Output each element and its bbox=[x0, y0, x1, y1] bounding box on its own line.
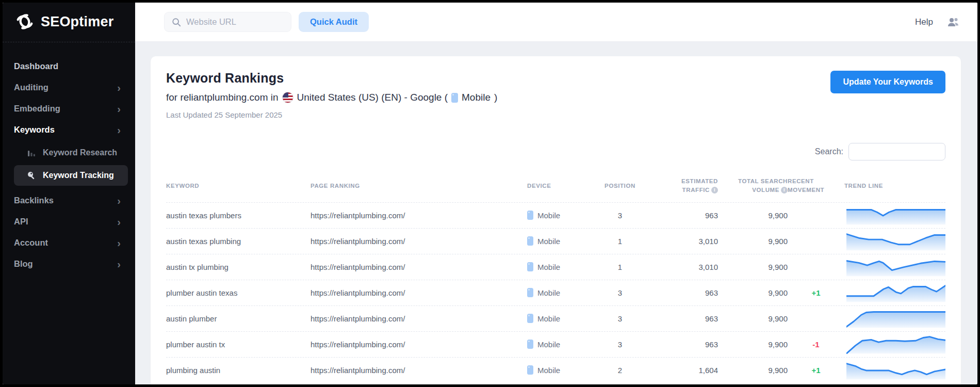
mobile-phone-icon bbox=[527, 340, 533, 349]
column-header-position[interactable]: Position bbox=[597, 182, 643, 190]
cell-position: 1 bbox=[597, 237, 643, 246]
cell-trend-line bbox=[844, 257, 945, 277]
sidebar-item-account[interactable]: Account › bbox=[14, 232, 128, 253]
sidebar-sub-item-label: Keyword Tracking bbox=[43, 171, 114, 180]
cell-position: 3 bbox=[597, 314, 643, 323]
sidebar-item-label: Blog bbox=[14, 259, 33, 269]
title-row: Keyword Rankings for reliantplumbing.com… bbox=[166, 71, 945, 119]
mobile-phone-icon bbox=[527, 314, 533, 323]
sidebar-item-label: API bbox=[14, 217, 28, 227]
subtitle-pre: for reliantplumbing.com in bbox=[166, 92, 279, 103]
users-icon[interactable] bbox=[946, 17, 960, 28]
sidebar-item-backlinks[interactable]: Backlinks › bbox=[14, 190, 128, 211]
sidebar-item-auditing[interactable]: Auditing › bbox=[14, 77, 128, 98]
sidebar-item-keyword-research[interactable]: Keyword Research bbox=[14, 142, 128, 163]
sidebar-item-label: Account bbox=[14, 238, 48, 248]
page-subtitle: for reliantplumbing.com in United States… bbox=[166, 92, 497, 103]
sidebar-item-keyword-tracking[interactable]: Keyword Tracking bbox=[14, 165, 128, 186]
cell-keyword: austin texas plumbers bbox=[166, 211, 311, 220]
mobile-phone-icon bbox=[451, 93, 458, 103]
cell-search-volume: 9,900 bbox=[718, 263, 788, 271]
cell-estimated-traffic: 963 bbox=[643, 211, 718, 220]
sidebar-item-embedding[interactable]: Embedding › bbox=[14, 98, 128, 119]
cell-device: Mobile bbox=[527, 262, 597, 271]
cell-page-ranking[interactable]: https://reliantplumbing.com/ bbox=[311, 340, 527, 349]
table-row[interactable]: austin tx plumbing https://reliantplumbi… bbox=[166, 254, 945, 280]
subtitle-mid: United States (US) (EN) - Google ( bbox=[297, 92, 448, 103]
table-search-input[interactable] bbox=[848, 143, 945, 160]
cell-keyword: austin plumber bbox=[166, 314, 311, 323]
website-url-input[interactable] bbox=[186, 17, 284, 27]
help-link[interactable]: Help bbox=[915, 17, 933, 27]
last-updated: Last Updated 25 September 2025 bbox=[166, 110, 497, 119]
info-icon[interactable]: i bbox=[711, 187, 718, 194]
column-header-estimated[interactable]: EstimatedTraffici bbox=[643, 177, 718, 195]
column-header-total-search[interactable]: Total SearchVolumei bbox=[718, 177, 788, 195]
table-row[interactable]: plumber austin texas https://reliantplum… bbox=[166, 280, 945, 305]
cell-position: 1 bbox=[597, 263, 643, 271]
mobile-phone-icon bbox=[527, 236, 533, 246]
cell-keyword: austin tx plumbing bbox=[166, 263, 311, 271]
quick-audit-button[interactable]: Quick Audit bbox=[299, 12, 369, 32]
trend-sparkline bbox=[846, 205, 945, 225]
us-flag-icon bbox=[282, 92, 293, 103]
sidebar: SEOptimer Dashboard Auditing › Embedding… bbox=[3, 3, 135, 384]
column-header-keyword[interactable]: Keyword bbox=[166, 182, 311, 190]
keyword-rankings-card: Keyword Rankings for reliantplumbing.com… bbox=[151, 56, 961, 384]
cell-recent-movement: +1 bbox=[788, 288, 844, 297]
info-icon[interactable]: i bbox=[781, 187, 788, 194]
sidebar-item-api[interactable]: API › bbox=[14, 211, 128, 232]
sidebar-item-dashboard[interactable]: Dashboard bbox=[14, 56, 128, 77]
sidebar-subnav: Keyword Research Keyword Tracking bbox=[14, 141, 128, 187]
cell-device: Mobile bbox=[527, 365, 597, 375]
table-row[interactable]: plumber austin tx https://reliantplumbin… bbox=[166, 331, 945, 357]
content-column: Quick Audit Help Keyword Ranki bbox=[135, 3, 977, 384]
mobile-phone-icon bbox=[527, 211, 533, 220]
sidebar-item-label: Keywords bbox=[14, 125, 55, 135]
chevron-right-icon: › bbox=[117, 106, 121, 112]
table-row[interactable]: austin plumber https://reliantplumbing.c… bbox=[166, 305, 945, 331]
table-row[interactable]: plumbing austin https://reliantplumbing.… bbox=[166, 357, 945, 383]
mobile-phone-icon bbox=[527, 262, 533, 271]
main-area: Keyword Rankings for reliantplumbing.com… bbox=[135, 42, 977, 384]
cell-page-ranking[interactable]: https://reliantplumbing.com/ bbox=[311, 211, 527, 220]
sidebar-item-blog[interactable]: Blog › bbox=[14, 253, 128, 275]
cell-keyword: plumber austin texas bbox=[166, 288, 311, 297]
cell-keyword: plumbing austin bbox=[166, 366, 311, 375]
sidebar-item-keywords[interactable]: Keywords › bbox=[14, 119, 128, 140]
mobile-phone-icon bbox=[527, 288, 533, 297]
website-url-search[interactable] bbox=[164, 12, 291, 32]
key-icon bbox=[26, 170, 37, 181]
page-title: Keyword Rankings bbox=[166, 71, 497, 86]
cell-page-ranking[interactable]: https://reliantplumbing.com/ bbox=[311, 263, 527, 271]
subtitle-device: Mobile bbox=[462, 92, 491, 103]
cell-page-ranking[interactable]: https://reliantplumbing.com/ bbox=[311, 314, 527, 323]
cell-device: Mobile bbox=[527, 340, 597, 349]
cell-page-ranking[interactable]: https://reliantplumbing.com/ bbox=[311, 366, 527, 375]
chevron-right-icon: › bbox=[117, 127, 121, 133]
cell-device: Mobile bbox=[527, 236, 597, 246]
table-header-row: Keyword Page Ranking Device Position Est… bbox=[166, 174, 945, 202]
column-header-device[interactable]: Device bbox=[527, 182, 597, 190]
app-frame: SEOptimer Dashboard Auditing › Embedding… bbox=[3, 3, 977, 384]
trend-sparkline bbox=[846, 309, 945, 328]
cell-page-ranking[interactable]: https://reliantplumbing.com/ bbox=[311, 288, 527, 297]
brand-logo[interactable]: SEOptimer bbox=[3, 3, 135, 42]
cell-keyword: austin texas plumbing bbox=[166, 237, 311, 246]
cell-estimated-traffic: 963 bbox=[643, 314, 718, 323]
column-header-page-ranking[interactable]: Page Ranking bbox=[311, 182, 527, 190]
cell-search-volume: 9,900 bbox=[718, 340, 788, 349]
table-row[interactable]: austin texas plumbers https://reliantplu… bbox=[166, 202, 945, 228]
update-keywords-button[interactable]: Update Your Keywords bbox=[830, 71, 945, 93]
cell-estimated-traffic: 3,010 bbox=[643, 237, 718, 246]
cell-page-ranking[interactable]: https://reliantplumbing.com/ bbox=[311, 237, 527, 246]
title-block: Keyword Rankings for reliantplumbing.com… bbox=[166, 71, 497, 119]
cell-position: 3 bbox=[597, 288, 643, 297]
column-header-recent[interactable]: RecentMovement bbox=[788, 177, 844, 195]
table-row[interactable]: austin texas plumbing https://reliantplu… bbox=[166, 228, 945, 254]
sidebar-item-label: Embedding bbox=[14, 104, 60, 114]
sidebar-item-label: Dashboard bbox=[14, 61, 58, 71]
chevron-right-icon: › bbox=[117, 198, 121, 204]
column-header-trend-line[interactable]: Trend Line bbox=[844, 182, 945, 190]
gear-icon bbox=[15, 12, 35, 31]
